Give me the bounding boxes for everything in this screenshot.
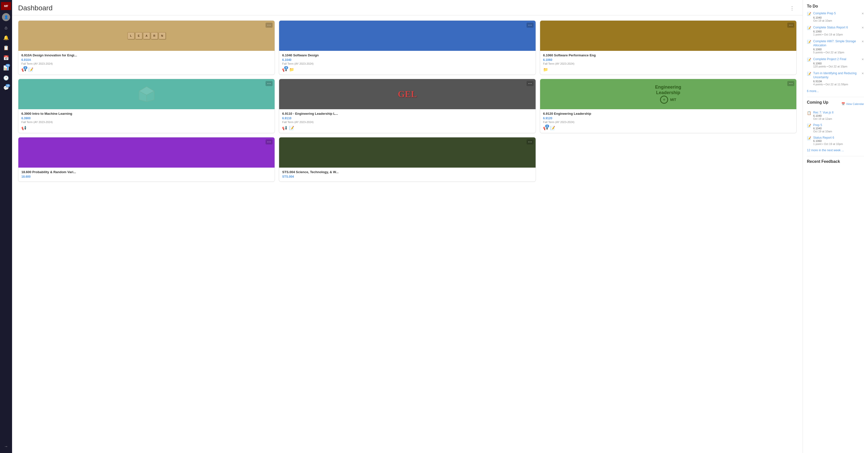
announcement-icon[interactable]: 📢: [282, 125, 287, 130]
course-code: 6.9110: [282, 116, 532, 120]
notes-icon[interactable]: 📝: [550, 125, 555, 130]
course-action-icons: 📁: [543, 67, 793, 72]
card-menu-button[interactable]: ⋯: [787, 23, 794, 28]
sidebar-item-calendar[interactable]: 📅: [1, 53, 10, 62]
course-code: 6.910A: [21, 58, 272, 62]
coming-up-item: 📋 Rec 7: Vue.js II 6.1040 Oct 19 at 12am: [807, 111, 864, 120]
announcement-badge: 9: [284, 66, 288, 69]
course-action-icons: 📢3 📝: [543, 125, 793, 130]
course-name: 6.3900 Intro to Machine Learning: [21, 112, 272, 115]
todo-dismiss-button[interactable]: ✕: [862, 72, 864, 75]
course-code: 18.600: [21, 175, 272, 178]
more-week-link[interactable]: 12 more in the next week ...: [807, 148, 864, 152]
coming-item-content: Rec 7: Vue.js II 6.1040 Oct 19 at 12am: [813, 111, 864, 120]
todo-item-title[interactable]: Turn in Identifying and Reducing Uncerta…: [813, 72, 860, 79]
folder-icon[interactable]: 📁: [543, 67, 548, 72]
todo-item-title[interactable]: Complete HW7: Simple Storage Allocation: [813, 39, 860, 47]
course-card-body: 18.600 Probability & Random Vari... 18.6…: [18, 168, 275, 181]
course-card-6910a[interactable]: ⋯ LEARN 6.910A Design Innovation for Eng…: [18, 20, 275, 75]
course-term: Fall Term (AY 2023-2024): [543, 62, 793, 65]
announcement-icon[interactable]: 📢3: [543, 125, 548, 130]
course-card-body: STS.004 Science, Technology, & W... STS.…: [279, 168, 535, 181]
card-menu-button[interactable]: ⋯: [266, 81, 273, 86]
coming-up-header: Coming Up 📅 View Calendar: [807, 100, 864, 108]
todo-item-course: 6.1060: [813, 48, 860, 51]
sidebar-item-courses[interactable]: 📋: [1, 43, 10, 52]
todo-dismiss-button[interactable]: ✕: [862, 58, 864, 61]
sidebar-item-home[interactable]: ⌂: [1, 23, 10, 32]
course-card-image: ⋯ EngineeringLeadership ⊙ MIT: [540, 79, 796, 109]
todo-dismiss-button[interactable]: ✕: [862, 26, 864, 29]
course-action-icons: 📢2 📝: [21, 67, 272, 72]
course-name: 6.1040 Software Design: [282, 53, 532, 57]
card-menu-button[interactable]: ⋯: [527, 81, 534, 86]
course-code: 6.3900: [21, 116, 272, 120]
course-card-6.9120[interactable]: ⋯ EngineeringLeadership ⊙ MIT 6.9120 Eng…: [540, 79, 797, 133]
card-menu-button[interactable]: ⋯: [266, 139, 273, 144]
sidebar-item-chat[interactable]: 💬 10: [1, 84, 10, 93]
coming-item-title[interactable]: Prep 5: [813, 123, 864, 127]
coming-item-title[interactable]: Status Report 6: [813, 136, 864, 139]
announcement-icon[interactable]: 📢: [21, 125, 26, 130]
coming-item-icon: 📝: [807, 123, 811, 128]
3d-box-decoration: [134, 84, 159, 104]
course-card-6.1060[interactable]: ⋯ 6.1060 Software Performance Eng 6.1060…: [540, 20, 797, 75]
todo-dismiss-button[interactable]: ✕: [862, 40, 864, 43]
section-divider: [807, 97, 864, 97]
gel-decoration: GEL: [398, 89, 417, 100]
course-action-icons: 📢: [21, 125, 272, 130]
todo-item-title[interactable]: Complete Project 2 Final: [813, 57, 860, 61]
calendar-icon: 📅: [841, 102, 845, 106]
todo-item-content: Complete Prep 5 6.1040 Oct 19 at 10am: [813, 11, 860, 22]
course-code: 6.1060: [543, 58, 793, 62]
todo-item-meta: 1 point • Oct 19 at 10pm: [813, 33, 860, 36]
todo-item-icon: 📝: [807, 40, 811, 44]
course-card-image: ⋯: [18, 79, 275, 109]
coming-item-course: 6.1040: [813, 114, 864, 117]
todo-more-link[interactable]: 6 more...: [807, 89, 864, 93]
card-menu-button[interactable]: ⋯: [787, 81, 794, 86]
view-calendar-label: View Calendar: [846, 103, 864, 106]
todo-item-course: 6.910A: [813, 80, 860, 83]
notes-icon[interactable]: 📝: [28, 67, 33, 72]
todo-item: 📝 Turn in Identifying and Reducing Uncer…: [807, 72, 864, 86]
coming-item-title[interactable]: Rec 7: Vue.js II: [813, 111, 864, 114]
user-avatar[interactable]: 👤: [2, 13, 10, 21]
todo-item-title[interactable]: Complete Prep 5: [813, 11, 860, 16]
todo-item-course: 6.1060: [813, 62, 860, 65]
course-card-18.600[interactable]: ⋯ 18.600 Probability & Random Vari... 18…: [18, 137, 275, 182]
view-calendar-link[interactable]: 📅 View Calendar: [841, 102, 864, 106]
sidebar-item-clock[interactable]: 🕐: [1, 74, 10, 83]
course-card-6.3900[interactable]: ⋯ 6.3900 Intro to Machine Learning 6.390…: [18, 79, 275, 133]
folder-icon[interactable]: 📁: [289, 67, 294, 72]
header-menu-button[interactable]: ⋮: [787, 4, 797, 12]
sidebar-item-notifications[interactable]: 🔔: [1, 33, 10, 42]
todo-item-title[interactable]: Complete Status Report 6: [813, 26, 860, 30]
course-card-6.9110[interactable]: ⋯ GEL 6.9110 - Engineering Leadership L.…: [279, 79, 535, 133]
todo-item-date: Oct 19 at 10am: [813, 19, 860, 22]
course-card-image: ⋯: [540, 21, 796, 51]
course-card-image: ⋯: [279, 21, 535, 51]
course-card-body: 6.1060 Software Performance Eng 6.1060 F…: [540, 51, 796, 75]
card-menu-button[interactable]: ⋯: [527, 23, 534, 28]
announcement-icon[interactable]: 📢9: [282, 67, 287, 72]
sidebar-item-grades[interactable]: 📊 75: [1, 63, 10, 73]
engineering-decoration: EngineeringLeadership: [655, 85, 681, 95]
coming-item-content: Status Report 6 6.1060 1 point • Oct 19 …: [813, 136, 864, 145]
notes-icon[interactable]: 📝: [289, 125, 294, 130]
course-card-sts004[interactable]: ⋯ STS.004 Science, Technology, & W... ST…: [279, 137, 535, 182]
sidebar: MIT 👤 ⌂ 🔔 📋 📅 📊 75 🕐 💬 10 →: [0, 0, 12, 453]
course-name: 6.9110 - Engineering Leadership L...: [282, 112, 532, 115]
card-menu-button[interactable]: ⋯: [527, 139, 534, 144]
coming-item-content: Prep 5 6.1040 Oct 19 at 10am: [813, 123, 864, 133]
course-term: Fall Term (AY 2023-2024): [282, 62, 532, 65]
coming-item-date: Oct 19 at 10am: [813, 130, 864, 133]
course-card-image: ⋯ GEL: [279, 79, 535, 109]
todo-dismiss-button[interactable]: ✕: [862, 12, 864, 16]
course-card-6.1040[interactable]: ⋯ 6.1040 Software Design 6.1040 Fall Ter…: [279, 20, 535, 75]
announcement-icon[interactable]: 📢2: [21, 67, 26, 72]
course-code: 6.9120: [543, 116, 793, 120]
todo-item-content: Complete Status Report 6 6.1060 1 point …: [813, 26, 860, 36]
card-menu-button[interactable]: ⋯: [266, 23, 273, 28]
sidebar-collapse-button[interactable]: →: [1, 442, 10, 451]
